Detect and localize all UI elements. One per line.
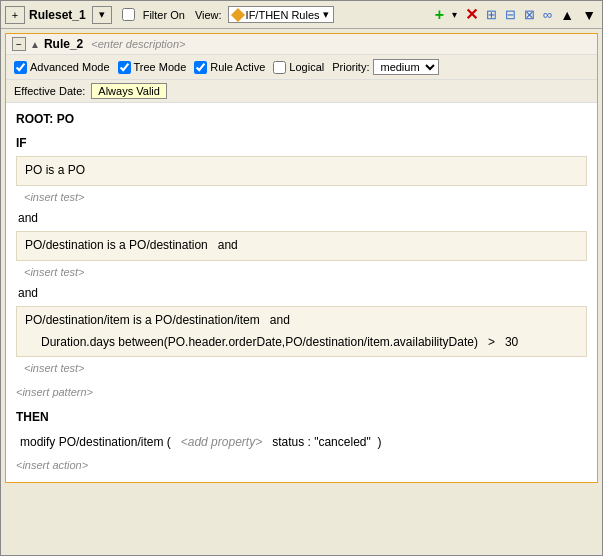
insert-test-1[interactable]: <insert test> (16, 188, 587, 208)
small-chevron-icon: ▾ (452, 9, 457, 20)
always-valid-button[interactable]: Always Valid (91, 83, 167, 99)
tree-mode-label: Tree Mode (134, 61, 187, 73)
priority-select[interactable]: low medium high (373, 59, 439, 75)
rule-if-keyword: IF (16, 133, 587, 155)
down-icon: ▼ (582, 7, 596, 23)
copy-icon: ⊞ (486, 7, 497, 22)
add-dropdown-button[interactable]: ▾ (450, 8, 459, 21)
rule-expand-icon: ▲ (30, 39, 40, 50)
delete-button[interactable]: ✕ (463, 4, 480, 25)
add-ruleset-button[interactable]: + (5, 6, 25, 24)
priority-label: Priority: (332, 61, 369, 73)
top-toolbar: + Ruleset_1 ▾ Filter On View: IF/THEN Ru… (1, 1, 602, 29)
paste-icon: ⊟ (505, 7, 516, 22)
rule-body: ROOT: PO IF PO is a PO <insert test> and… (6, 103, 597, 482)
insert-test-2[interactable]: <insert test> (16, 263, 587, 283)
view-dropdown[interactable]: IF/THEN Rules ▾ (228, 6, 334, 23)
tree-mode-checkbox[interactable] (118, 61, 131, 74)
action-status-text: status : "canceled" ) (266, 435, 382, 449)
tree-mode-group: Tree Mode (118, 61, 187, 74)
logical-checkbox[interactable] (273, 61, 286, 74)
condition-block-1: PO is a PO (16, 156, 587, 186)
rule-options: Advanced Mode Tree Mode Rule Active Logi… (6, 55, 597, 80)
rule-active-group: Rule Active (194, 61, 265, 74)
insert-action[interactable]: <insert action> (16, 456, 587, 476)
root-value: PO (57, 112, 74, 126)
add-rule-button[interactable]: + (433, 5, 446, 25)
and-connector-1: and (16, 208, 587, 230)
root-keyword: ROOT: (16, 112, 53, 126)
add-property-text[interactable]: <add property> (181, 435, 262, 449)
action-block: modify PO/destination/item ( <add proper… (16, 429, 587, 457)
dropdown-chevron-icon: ▾ (323, 8, 329, 21)
insert-pattern[interactable]: <insert pattern> (16, 383, 587, 403)
rule-header: − ▲ Rule_2 <enter description> (6, 34, 597, 55)
main-content: − ▲ Rule_2 <enter description> Advanced … (1, 29, 602, 555)
logical-label: Logical (289, 61, 324, 73)
action-modify-line: modify PO/destination/item ( <add proper… (16, 432, 587, 454)
ruleset-chevron-button[interactable]: ▾ (92, 6, 112, 24)
main-window: + Ruleset_1 ▾ Filter On View: IF/THEN Ru… (0, 0, 603, 556)
advanced-mode-label: Advanced Mode (30, 61, 110, 73)
paste-special-icon: ⊠ (524, 7, 535, 22)
action-modify-text: modify PO/destination/item ( (20, 435, 177, 449)
plus-icon: + (435, 6, 444, 24)
rule-root-line: ROOT: PO (16, 109, 587, 131)
link-button[interactable]: ∞ (541, 6, 554, 23)
effective-date-label: Effective Date: (14, 85, 85, 97)
paste-button[interactable]: ⊟ (503, 6, 518, 23)
link-icon: ∞ (543, 7, 552, 22)
duration-condition-text: Duration.days between(PO.header.orderDat… (25, 332, 578, 354)
advanced-mode-group: Advanced Mode (14, 61, 110, 74)
advanced-mode-checkbox[interactable] (14, 61, 27, 74)
view-label: View: (195, 9, 222, 21)
collapse-button[interactable]: − (12, 37, 26, 51)
paste-special-button[interactable]: ⊠ (522, 6, 537, 23)
condition-3-text: PO/destination/item is a PO/destination/… (25, 310, 578, 332)
rule-description: <enter description> (91, 38, 185, 50)
rule-panel: − ▲ Rule_2 <enter description> Advanced … (5, 33, 598, 483)
diamond-icon (231, 7, 245, 21)
condition-2-text: PO/destination is a PO/destination and (25, 238, 238, 252)
up-icon: ▲ (560, 7, 574, 23)
effective-date-row: Effective Date: Always Valid (6, 80, 597, 103)
up-button[interactable]: ▲ (558, 6, 576, 24)
chevron-down-icon: ▾ (99, 8, 105, 21)
and-connector-2: and (16, 283, 587, 305)
down-button[interactable]: ▼ (580, 6, 598, 24)
rule-active-checkbox[interactable] (194, 61, 207, 74)
ruleset-name: Ruleset_1 (29, 8, 86, 22)
insert-test-3[interactable]: <insert test> (16, 359, 587, 379)
condition-block-3: PO/destination/item is a PO/destination/… (16, 306, 587, 357)
delete-icon: ✕ (465, 5, 478, 24)
logical-group: Logical (273, 61, 324, 74)
filter-on-label: Filter On (143, 9, 185, 21)
condition-1-text: PO is a PO (25, 163, 85, 177)
priority-group: Priority: low medium high (332, 59, 439, 75)
filter-on-checkbox[interactable] (122, 8, 135, 21)
condition-block-2: PO/destination is a PO/destination and (16, 231, 587, 261)
rule-name: Rule_2 (44, 37, 83, 51)
copy-button[interactable]: ⊞ (484, 6, 499, 23)
rule-active-label: Rule Active (210, 61, 265, 73)
rule-then-keyword: THEN (16, 407, 587, 429)
view-option-text: IF/THEN Rules (246, 9, 320, 21)
